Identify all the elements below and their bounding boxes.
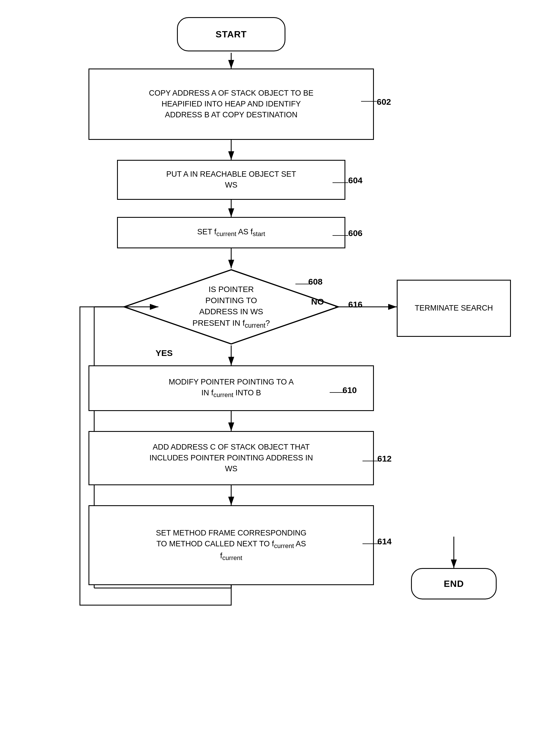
process-602: COPY ADDRESS A OF STACK OBJECT TO BEHEAP… <box>88 68 374 140</box>
label-612: 612 <box>377 454 392 464</box>
label-614: 614 <box>377 537 392 546</box>
process-612: ADD ADDRESS C OF STACK OBJECT THATINCLUD… <box>88 431 374 485</box>
start-terminal: START <box>177 17 285 51</box>
flowchart: START COPY ADDRESS A OF STACK OBJECT TO … <box>0 0 560 749</box>
process-616: TERMINATE SEARCH <box>397 280 511 337</box>
process-604: PUT A IN REACHABLE OBJECT SETWS <box>117 160 345 200</box>
label-610: 610 <box>343 385 357 395</box>
label-606: 606 <box>348 228 363 238</box>
label-604: 604 <box>348 175 363 185</box>
no-label: NO <box>311 297 324 306</box>
process-610: MODIFY POINTER POINTING TO AIN fcurrent … <box>88 365 374 411</box>
label-616: 616 <box>348 300 363 309</box>
end-terminal: END <box>411 568 497 599</box>
label-602: 602 <box>377 97 391 107</box>
label-608: 608 <box>308 277 323 286</box>
decision-608-text: IS POINTERPOINTING TOADDRESS IN WSPRESEN… <box>190 281 273 333</box>
yes-label: YES <box>155 348 173 358</box>
decision-608: IS POINTERPOINTING TOADDRESS IN WSPRESEN… <box>123 268 340 345</box>
process-614: SET METHOD FRAME CORRESPONDINGTO METHOD … <box>88 505 374 585</box>
process-606: SET fcurrent AS fstart <box>117 217 345 248</box>
